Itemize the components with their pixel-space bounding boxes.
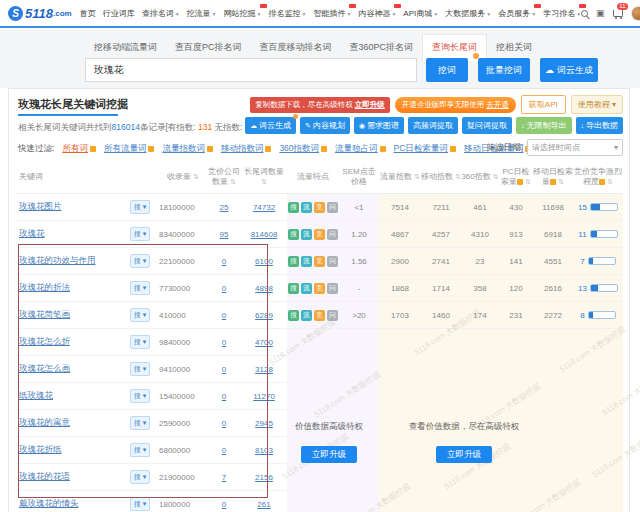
search-dropdown-chip[interactable]: 搜 ▾ bbox=[130, 200, 150, 214]
bid-count-link[interactable]: 95 bbox=[220, 230, 229, 239]
dig-words-button[interactable]: 挖词 bbox=[426, 58, 468, 82]
search-dropdown-chip[interactable]: 搜 ▾ bbox=[130, 362, 150, 376]
longtail-count-link[interactable]: 2156 bbox=[255, 473, 273, 482]
tool-button-疑问词提取[interactable]: 疑问词提取 bbox=[462, 117, 512, 134]
bid-count-link[interactable]: 0 bbox=[222, 446, 226, 455]
open-enterprise-link[interactable]: 去开通 bbox=[486, 100, 509, 109]
search-dropdown-chip[interactable]: 搜 ▾ bbox=[130, 497, 150, 511]
keyword-link[interactable]: 玫瑰花怎么画 bbox=[19, 363, 70, 375]
bid-count-link[interactable]: 7 bbox=[222, 473, 226, 482]
longtail-count-link[interactable]: 6100 bbox=[255, 257, 273, 266]
bid-count-link[interactable]: 0 bbox=[222, 338, 226, 347]
search-dropdown-chip[interactable]: 搜 ▾ bbox=[130, 254, 150, 268]
nav-item-挖流量[interactable]: 挖流量▼ bbox=[187, 8, 217, 19]
help-icon[interactable] bbox=[90, 146, 96, 152]
search-dropdown-chip[interactable]: 搜 ▾ bbox=[130, 227, 150, 241]
longtail-count-link[interactable]: 3128 bbox=[255, 365, 273, 374]
enterprise-promo-badge[interactable]: 开通企业版即享无限使用 去开通 bbox=[395, 97, 516, 113]
sort-icon[interactable]: ⇅ bbox=[491, 173, 499, 180]
keyword-link[interactable]: 玫瑰花的寓意 bbox=[19, 417, 70, 429]
nav-item-学习排名[interactable]: 学习排名▼ bbox=[543, 8, 581, 19]
column-header-360指数[interactable]: 360指数 ⇅ bbox=[461, 172, 499, 182]
bid-count-link[interactable]: 0 bbox=[222, 257, 226, 266]
help-icon[interactable] bbox=[265, 146, 271, 152]
cart-icon[interactable]: 11 bbox=[613, 10, 623, 17]
column-header-移动指数[interactable]: 移动指数 ⇅ bbox=[421, 172, 461, 182]
help-icon[interactable] bbox=[148, 146, 154, 152]
bid-count-link[interactable]: 0 bbox=[222, 419, 226, 428]
nav-item-智能插件[interactable]: 智能插件▼ bbox=[313, 8, 351, 19]
bid-count-link[interactable]: 0 bbox=[222, 365, 226, 374]
keyword-link[interactable]: 玫瑰花简笔画 bbox=[19, 309, 70, 321]
sort-icon[interactable]: ⇅ bbox=[261, 178, 267, 185]
tool-button-无限制导出[interactable]: ↓无限制导出 bbox=[516, 117, 572, 134]
nav-item-内容神器[interactable]: 内容神器▼ bbox=[358, 8, 396, 19]
nav-item-排名监控[interactable]: 排名监控▼ bbox=[269, 8, 307, 19]
tool-button-内容规划[interactable]: ✎内容规划 bbox=[300, 117, 350, 134]
sort-icon[interactable]: ⇅ bbox=[412, 173, 420, 180]
filter-link-所有流量词[interactable]: 所有流量词 bbox=[104, 143, 155, 155]
filter-link-PC日检索量词[interactable]: PC日检索量词 bbox=[394, 143, 456, 155]
keyword-link[interactable]: 玫瑰花的花语 bbox=[19, 471, 70, 483]
help-icon[interactable] bbox=[207, 146, 213, 152]
help-icon[interactable] bbox=[380, 146, 386, 152]
bid-count-link[interactable]: 25 bbox=[220, 203, 229, 212]
nav-item-查排名词[interactable]: 查排名词▼ bbox=[142, 8, 180, 19]
help-icon[interactable] bbox=[450, 146, 456, 152]
keyword-link[interactable]: 玫瑰花 bbox=[19, 228, 45, 240]
nav-item-API商城[interactable]: API商城▼ bbox=[403, 8, 438, 19]
nav-item-会员服务[interactable]: 会员服务▼ bbox=[498, 8, 536, 19]
bid-count-link[interactable]: 0 bbox=[222, 392, 226, 401]
longtail-count-link[interactable]: 814608 bbox=[251, 230, 278, 239]
bid-count-link[interactable]: 0 bbox=[222, 284, 226, 293]
longtail-count-link[interactable]: 6289 bbox=[255, 311, 273, 320]
upgrade-now-link[interactable]: 立即升级 bbox=[355, 100, 385, 109]
help-icon[interactable] bbox=[321, 146, 327, 152]
qr-scan-icon[interactable]: ▣ bbox=[596, 9, 605, 18]
column-header-PC日检索量[interactable]: PC日检索量 ⇅ bbox=[499, 167, 533, 187]
sort-icon[interactable]: ⇅ bbox=[523, 178, 531, 185]
tool-button-高频词提取[interactable]: 高频词提取 bbox=[408, 117, 458, 134]
keyword-link[interactable]: 玫瑰花的折法 bbox=[19, 282, 70, 294]
nav-item-网站挖掘[interactable]: 网站挖掘▼ bbox=[224, 8, 262, 19]
longtail-count-link[interactable]: 261 bbox=[257, 500, 270, 509]
filter-link-360指数词[interactable]: 360指数词 bbox=[279, 143, 327, 155]
search-dropdown-chip[interactable]: 搜 ▾ bbox=[130, 470, 150, 484]
filter-link-流量独占词[interactable]: 流量独占词 bbox=[335, 143, 386, 155]
keyword-link[interactable]: 玫瑰花折纸 bbox=[19, 444, 62, 456]
column-header-竞价公司数量[interactable]: 竞价公司数量 ⇅ bbox=[207, 167, 241, 187]
column-header-长尾词数量[interactable]: 长尾词数量 ⇅ bbox=[241, 167, 287, 187]
search-dropdown-chip[interactable]: 搜 ▾ bbox=[130, 281, 150, 295]
sort-icon[interactable]: ⇅ bbox=[191, 173, 199, 180]
sort-icon[interactable]: ⇅ bbox=[453, 173, 461, 180]
filter-link-所有词[interactable]: 所有词 bbox=[62, 143, 96, 155]
filter-link-移动指数词[interactable]: 移动指数词 bbox=[221, 143, 272, 155]
upgrade-button[interactable]: 立即升级 bbox=[436, 446, 492, 463]
column-header-竞价竞争激烈程度[interactable]: 竞价竞争激烈程度 ⇅ bbox=[573, 167, 623, 187]
search-dropdown-chip[interactable]: 搜 ▾ bbox=[130, 389, 150, 403]
nav-item-大数据服务[interactable]: 大数据服务▼ bbox=[445, 8, 491, 19]
tool-button-导出数据[interactable]: ↓导出数据 bbox=[576, 117, 624, 134]
word-cloud-button[interactable]: ☁ 词云生成 bbox=[540, 58, 598, 82]
column-header-流量指数[interactable]: 流量指数 ⇅ bbox=[379, 172, 421, 182]
upgrade-button[interactable]: 立即升级 bbox=[301, 446, 357, 463]
keyword-search-input[interactable] bbox=[85, 58, 417, 82]
keyword-link[interactable]: 玫瑰花图片 bbox=[19, 201, 62, 213]
nav-item-行业词库[interactable]: 行业词库 bbox=[103, 8, 135, 19]
search-dropdown-chip[interactable]: 搜 ▾ bbox=[130, 335, 150, 349]
bid-count-link[interactable]: 0 bbox=[222, 500, 226, 509]
sort-icon[interactable]: ⇅ bbox=[228, 178, 236, 185]
tutorial-button[interactable]: 使用教程 ▾ bbox=[571, 95, 623, 114]
tool-button-需求图谱[interactable]: ◉需求图谱 bbox=[354, 117, 404, 134]
date-select[interactable]: 请选择时间点 ▾ bbox=[527, 139, 623, 156]
bid-count-link[interactable]: 0 bbox=[222, 311, 226, 320]
upgrade-promo-badge[interactable]: 复制数据下载，尽在高级特权 立即升级 bbox=[250, 97, 390, 113]
keyword-link[interactable]: 玫瑰花的功效与作用 bbox=[19, 255, 96, 267]
longtail-count-link[interactable]: 4898 bbox=[255, 284, 273, 293]
user-avatar[interactable] bbox=[631, 6, 640, 21]
filter-link-流量指数词[interactable]: 流量指数词 bbox=[162, 143, 213, 155]
search-icon[interactable] bbox=[581, 10, 588, 17]
longtail-count-link[interactable]: 4700 bbox=[255, 338, 273, 347]
nav-item-首页[interactable]: 首页 bbox=[80, 8, 96, 19]
longtail-count-link[interactable]: 11270 bbox=[253, 392, 275, 401]
